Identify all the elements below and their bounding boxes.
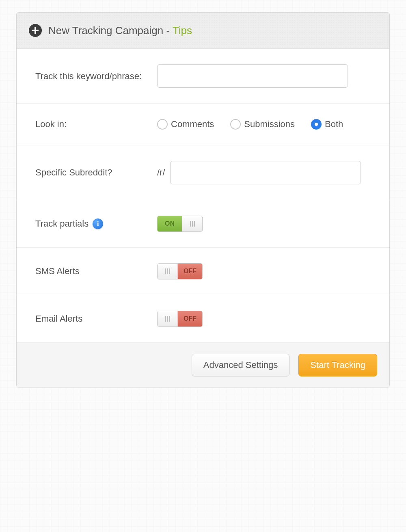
radio-comments[interactable]: Comments bbox=[157, 119, 214, 130]
look-in-radio-group: Comments Submissions Both bbox=[157, 119, 343, 130]
row-email-alerts: Email Alerts ON OFF bbox=[17, 295, 389, 343]
radio-both-label: Both bbox=[325, 119, 343, 130]
row-subreddit: Specific Subreddit? /r/ bbox=[17, 145, 389, 200]
row-sms-alerts: SMS Alerts ON OFF bbox=[17, 248, 389, 295]
sms-alerts-toggle[interactable]: ON OFF bbox=[157, 263, 203, 279]
new-tracking-campaign-panel: New Tracking Campaign - Tips Track this … bbox=[16, 12, 390, 387]
radio-submissions-label: Submissions bbox=[244, 119, 295, 130]
toggle-off-label: OFF bbox=[178, 311, 202, 327]
track-partials-toggle[interactable]: ON OFF bbox=[157, 216, 203, 232]
track-partials-label-text: Track partials bbox=[35, 218, 89, 229]
email-alerts-toggle[interactable]: ON OFF bbox=[157, 311, 203, 327]
radio-both[interactable]: Both bbox=[311, 119, 343, 130]
toggle-handle bbox=[182, 216, 202, 231]
panel-title: New Tracking Campaign - Tips bbox=[48, 24, 192, 37]
plus-icon bbox=[29, 24, 42, 37]
info-icon[interactable]: i bbox=[93, 218, 103, 229]
toggle-off-label: OFF bbox=[178, 264, 202, 279]
toggle-on-label: ON bbox=[158, 216, 182, 231]
panel-title-separator: - bbox=[163, 24, 173, 37]
subreddit-prefix: /r/ bbox=[157, 167, 165, 178]
look-in-label: Look in: bbox=[35, 119, 157, 130]
radio-submissions[interactable]: Submissions bbox=[230, 119, 295, 130]
radio-comments-label: Comments bbox=[171, 119, 214, 130]
start-tracking-button[interactable]: Start Tracking bbox=[298, 354, 377, 376]
radio-circle-icon bbox=[157, 119, 168, 130]
panel-header: New Tracking Campaign - Tips bbox=[17, 13, 389, 49]
keyword-input[interactable] bbox=[157, 64, 348, 88]
radio-circle-icon bbox=[311, 119, 322, 130]
row-keyword: Track this keyword/phrase: bbox=[17, 49, 389, 104]
radio-circle-icon bbox=[230, 119, 241, 130]
toggle-handle bbox=[158, 264, 178, 279]
panel-footer: Advanced Settings Start Tracking bbox=[17, 343, 389, 387]
track-partials-label: Track partials i bbox=[35, 218, 157, 229]
toggle-handle bbox=[158, 311, 178, 327]
subreddit-input[interactable] bbox=[170, 161, 361, 184]
email-alerts-label: Email Alerts bbox=[35, 314, 157, 324]
sms-alerts-label: SMS Alerts bbox=[35, 266, 157, 277]
panel-title-text: New Tracking Campaign bbox=[48, 24, 163, 37]
tips-link[interactable]: Tips bbox=[173, 24, 192, 37]
advanced-settings-button[interactable]: Advanced Settings bbox=[192, 354, 289, 376]
keyword-label: Track this keyword/phrase: bbox=[35, 69, 157, 83]
row-track-partials: Track partials i ON OFF bbox=[17, 200, 389, 248]
row-look-in: Look in: Comments Submissions Both bbox=[17, 104, 389, 145]
subreddit-label: Specific Subreddit? bbox=[35, 167, 157, 178]
